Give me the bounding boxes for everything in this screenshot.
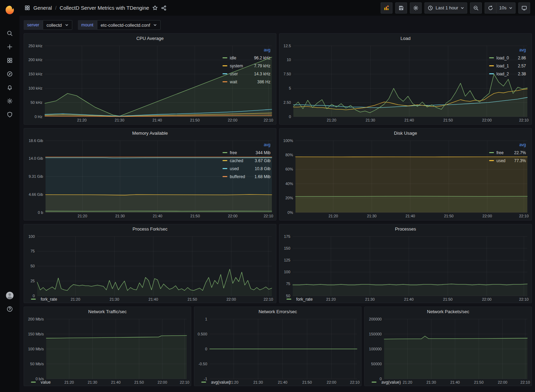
dashboard-grid-icon[interactable]: [24, 5, 30, 11]
chevron-down-icon: [65, 23, 68, 27]
chart-canvas[interactable]: 21:2021:3021:4021:5022:0022:100255075100: [26, 233, 275, 303]
svg-text:4.66 Gib: 4.66 Gib: [29, 192, 43, 197]
panel-title[interactable]: Memory Available: [24, 128, 276, 137]
processes-graph[interactable]: 21:2021:3021:4021:5022:0022:105075100125…: [282, 233, 530, 295]
variable-mount-value[interactable]: etc-collectd-collectd.conf: [97, 20, 161, 30]
grafana-logo-icon[interactable]: [4, 4, 16, 16]
kiosk-mode-button[interactable]: [518, 2, 530, 14]
svg-text:0.500: 0.500: [197, 332, 207, 336]
chart-canvas[interactable]: 21:2021:3021:4021:5022:0022:100 Hz50 kHz…: [26, 43, 275, 124]
chart-canvas[interactable]: 21:2021:3021:4021:5022:0022:100%20%40%60…: [282, 137, 530, 219]
svg-text:21:40: 21:40: [404, 297, 414, 301]
chevron-down-icon: [461, 6, 464, 10]
search-icon[interactable]: [0, 26, 19, 40]
svg-text:40%: 40%: [285, 182, 293, 186]
svg-text:14.0 Gib: 14.0 Gib: [29, 156, 43, 160]
svg-text:22:00: 22:00: [157, 380, 167, 384]
network-traffic-graph[interactable]: 21:2021:3021:4021:5022:0022:100 b/s50 Mb…: [26, 316, 189, 378]
share-icon[interactable]: [161, 5, 167, 11]
zoom-out-button[interactable]: [470, 2, 482, 14]
svg-text:21:20: 21:20: [77, 118, 87, 122]
chart-canvas[interactable]: 21:2021:3021:4021:5022:0022:10-1-0.5000.…: [196, 316, 360, 386]
chart-canvas[interactable]: 21:2021:3021:4021:5022:0022:1002.5057.50…: [282, 43, 530, 124]
breadcrumb-separator: /: [55, 5, 56, 11]
svg-text:22:10: 22:10: [520, 380, 530, 384]
svg-text:175: 175: [284, 234, 290, 239]
svg-text:100 kHz: 100 kHz: [29, 86, 42, 90]
help-icon[interactable]: [0, 302, 19, 316]
svg-text:7.50: 7.50: [284, 72, 291, 76]
panel-title[interactable]: Disk Usage: [279, 128, 532, 137]
svg-text:0: 0: [205, 347, 207, 351]
variable-server: server collectd: [24, 20, 72, 30]
panel-network-errors: Network Errors/sec 21:2021:3021:4021:502…: [194, 307, 362, 386]
panel-process-fork: Process Fork/sec 21:2021:3021:4021:5022:…: [24, 224, 276, 303]
process-fork-graph[interactable]: 21:2021:3021:4021:5022:0022:100255075100: [26, 233, 275, 295]
svg-text:22:00: 22:00: [483, 214, 492, 218]
panel-network-packets: Network Packets/sec 21:2021:3021:4021:50…: [364, 307, 532, 386]
chart-canvas[interactable]: 21:2021:3021:4021:5022:0022:105075100125…: [282, 233, 530, 303]
network-packets-graph[interactable]: 21:2021:3021:4021:5022:0022:100500001000…: [367, 316, 530, 378]
panel-title[interactable]: Network Traffic/sec: [24, 307, 191, 316]
svg-text:50 kHz: 50 kHz: [31, 100, 42, 105]
explore-compass-icon[interactable]: [0, 67, 19, 81]
star-icon[interactable]: [152, 5, 158, 11]
svg-text:21:20: 21:20: [326, 297, 336, 301]
svg-text:2.50: 2.50: [284, 100, 291, 105]
server-admin-shield-icon[interactable]: [0, 108, 19, 121]
refresh-button[interactable]: [485, 2, 496, 14]
network-errors-graph[interactable]: 21:2021:3021:4021:5022:0022:10-1-0.5000.…: [196, 316, 360, 378]
dashboard-settings-button[interactable]: [410, 2, 422, 14]
cpu-average-graph[interactable]: 21:2021:3021:4021:5022:0022:100 Hz50 kHz…: [26, 43, 222, 124]
panel-title[interactable]: Processes: [279, 224, 532, 233]
refresh-group: 10s: [485, 2, 516, 14]
sidebar: [0, 0, 19, 392]
chart-canvas[interactable]: 21:2021:3021:4021:5022:0022:100500001000…: [367, 316, 530, 386]
grafana-app: General / CollectD Server Metrics with T…: [0, 0, 535, 392]
time-range-picker[interactable]: Last 1 hour: [424, 2, 467, 14]
svg-text:1: 1: [205, 317, 207, 321]
add-panel-button[interactable]: [381, 2, 392, 14]
user-avatar[interactable]: [0, 289, 19, 302]
svg-text:20%: 20%: [285, 196, 293, 200]
variable-server-value[interactable]: collectd: [43, 20, 72, 30]
dashboards-grid-icon[interactable]: [0, 53, 19, 67]
svg-text:12.5: 12.5: [284, 44, 291, 48]
refresh-interval-select[interactable]: 10s: [496, 2, 516, 14]
svg-text:21:40: 21:40: [278, 380, 287, 384]
chart-canvas[interactable]: 21:2021:3021:4021:5022:0022:100 b4.66 Gi…: [26, 137, 275, 219]
panel-disk-usage: Disk Usage 21:2021:3021:4021:5022:0022:1…: [279, 128, 532, 220]
panel-title[interactable]: Process Fork/sec: [24, 224, 276, 233]
variable-mount: mount etc-collectd-collectd.conf: [78, 20, 161, 30]
panel-title[interactable]: Load: [279, 34, 532, 43]
svg-text:21:40: 21:40: [450, 380, 460, 384]
panel-processes: Processes 21:2021:3021:4021:5022:0022:10…: [279, 224, 532, 303]
panel-title[interactable]: CPU Average: [24, 34, 276, 43]
panel-title[interactable]: Network Packets/sec: [365, 307, 532, 316]
svg-text:21:20: 21:20: [71, 297, 80, 301]
save-dashboard-button[interactable]: [395, 2, 407, 14]
breadcrumb-folder[interactable]: General: [33, 5, 52, 11]
svg-text:50000: 50000: [371, 362, 382, 366]
svg-text:21:50: 21:50: [444, 214, 454, 218]
configuration-gear-icon[interactable]: [0, 94, 19, 108]
dashboard-title[interactable]: CollectD Server Metrics with TDengine: [60, 5, 149, 11]
svg-text:25: 25: [31, 279, 35, 283]
svg-text:150 kHz: 150 kHz: [29, 72, 42, 76]
svg-text:80%: 80%: [285, 153, 293, 157]
svg-text:21:40: 21:40: [152, 118, 162, 122]
alerting-bell-icon[interactable]: [0, 81, 19, 94]
panel-title[interactable]: Network Errors/sec: [194, 307, 361, 316]
refresh-interval-label: 10s: [499, 5, 506, 10]
svg-text:0: 0: [33, 294, 35, 298]
chart-canvas[interactable]: 21:2021:3021:4021:5022:0022:100 b/s50 Mb…: [26, 316, 189, 386]
create-plus-icon[interactable]: [0, 40, 19, 53]
svg-text:21:30: 21:30: [115, 214, 125, 218]
memory-available-graph[interactable]: 21:2021:3021:4021:5022:0022:100 b4.66 Gi…: [26, 137, 222, 219]
svg-text:22:10: 22:10: [180, 380, 189, 384]
svg-text:21:50: 21:50: [302, 380, 312, 384]
load-graph[interactable]: 21:2021:3021:4021:5022:0022:1002.5057.50…: [282, 43, 489, 124]
svg-text:18.6 Gib: 18.6 Gib: [29, 139, 43, 143]
disk-usage-graph[interactable]: 21:2021:3021:4021:5022:0022:100%20%40%60…: [282, 137, 489, 219]
svg-text:21:50: 21:50: [187, 297, 197, 301]
